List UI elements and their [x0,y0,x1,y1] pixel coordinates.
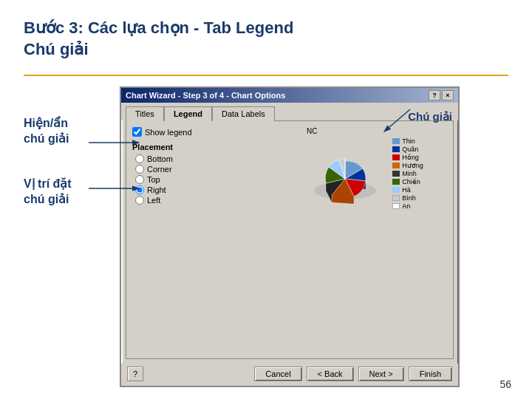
cancel-button[interactable]: Cancel [254,366,301,381]
radio-right-input[interactable] [135,185,144,194]
legend-color-minh [392,171,400,177]
radio-corner-label: Corner [147,165,172,174]
radio-left-input[interactable] [135,196,144,205]
radio-right: Right [135,185,279,194]
chart-wizard-dialog: Chart Wizard - Step 3 of 4 - Chart Optio… [120,86,460,387]
legend-color-huong [392,163,400,168]
titlebar-buttons: ? × [429,90,454,100]
legend-color-ha [392,187,400,193]
radio-right-label: Right [147,185,166,194]
legend-quan: Quân [392,146,423,153]
radio-left: Left [135,196,279,205]
radio-bottom-input[interactable] [135,154,144,163]
show-legend-checkbox[interactable] [132,127,142,137]
legend-thin: Thin [392,137,423,145]
chart-nc-label: NC [307,127,317,135]
content-area: Hiện/ẩnchú giải Vị trí đặtchú giải Chart… [24,86,508,387]
dialog-body: Show legend Placement Bottom Corner [126,120,454,359]
radio-corner-input[interactable] [135,165,144,174]
page: Bước 3: Các lựa chọn - Tab Legend Chú gi… [0,0,532,399]
dialog-footer: ? Cancel < Back Next > Finish [121,364,458,386]
pie-chart [308,137,389,211]
legend-color-hong [392,154,400,160]
radio-bottom-label: Bottom [147,154,173,163]
dialog-title: Chart Wizard - Step 3 of 4 - Chart Optio… [126,91,285,100]
radio-top-label: Top [147,175,160,184]
tab-data-labels[interactable]: Data Labels [212,106,275,121]
placement-label: Placement [132,143,279,151]
dialog-controls: Show legend Placement Bottom Corner [132,127,279,352]
label-vi-tri: Vị trí đặtchú giải [24,177,105,208]
legend-label-minh: Minh [402,170,417,177]
radio-top-input[interactable] [135,175,144,184]
label-hien-an: Hiện/ẩnchú giải [24,116,105,147]
close-titlebar-btn[interactable]: × [442,90,454,100]
legend-color-chien [392,179,400,185]
legend-label-an: An [402,202,410,210]
chart-preview: NC [284,127,447,352]
legend-color-thin [392,138,400,144]
legend-hong: Hồng [392,154,423,161]
legend-label-quan: Quân [402,146,418,153]
show-legend-row: Show legend [132,127,279,137]
legend-color-quan [392,146,400,152]
legend-color-an [392,203,400,209]
legend-huong: Hương [392,162,423,169]
chart-legend: Thin Quân Hồng [392,137,423,210]
radio-corner: Corner [135,165,279,174]
legend-minh: Minh [392,170,423,177]
tab-legend[interactable]: Legend [164,106,212,121]
tab-titles[interactable]: Titles [126,106,164,121]
help-titlebar-btn[interactable]: ? [429,90,440,100]
footer-left: ? [127,366,143,381]
dialog-titlebar: Chart Wizard - Step 3 of 4 - Chart Optio… [121,88,458,103]
legend-an: An [392,202,423,210]
chart-container: Thin Quân Hồng [308,137,423,211]
next-button[interactable]: Next > [358,366,404,381]
radio-top: Top [135,175,279,184]
show-legend-label: Show legend [145,128,192,137]
page-title: Bước 3: Các lựa chọn - Tab Legend Chú gi… [24,18,508,60]
legend-ha: Hà [392,186,423,194]
legend-label-hong: Hồng [402,154,419,161]
page-number: 56 [499,378,511,390]
finish-button[interactable]: Finish [409,366,452,381]
back-button[interactable]: < Back [307,366,354,381]
footer-buttons: Cancel < Back Next > Finish [254,366,452,381]
legend-color-binh [392,195,400,201]
legend-label-thin: Thin [402,137,415,145]
legend-label-huong: Hương [402,162,423,169]
legend-label-ha: Hà [402,186,411,194]
radio-left-label: Left [147,196,160,205]
help-button[interactable]: ? [127,366,143,381]
legend-label-binh: Bình [402,194,416,202]
left-labels: Hiện/ẩnchú giải Vị trí đặtchú giải [24,86,105,387]
legend-label-chien: Chiến [402,178,420,185]
radio-bottom: Bottom [135,154,279,163]
legend-binh: Bình [392,194,423,202]
placement-radio-group: Bottom Corner Top Right [132,154,279,205]
chu-giai-annotation: Chú giải [408,110,452,123]
legend-chien: Chiến [392,178,423,185]
